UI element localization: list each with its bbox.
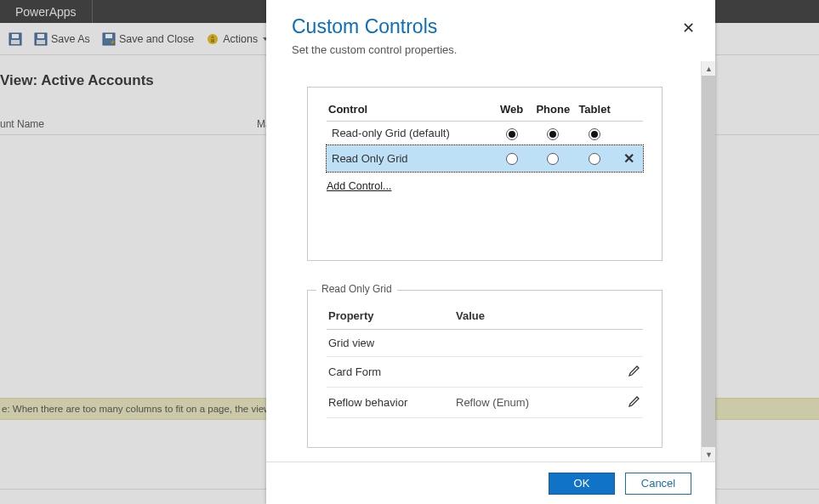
radio-tablet[interactable] <box>589 153 600 165</box>
ok-button[interactable]: OK <box>549 473 615 495</box>
properties-table: Property Value Grid view Card Form <box>327 306 643 418</box>
scroll-up-icon[interactable]: ▲ <box>702 61 715 76</box>
controls-table: Control Web Phone Tablet Read-only Grid … <box>327 99 643 172</box>
property-row: Reflow behavior Reflow (Enum) <box>327 387 643 417</box>
dialog-title: Custom Controls <box>292 15 690 38</box>
controls-header-phone: Phone <box>532 99 574 122</box>
properties-panel: Read Only Grid Property Value Grid view <box>307 290 663 448</box>
property-row: Grid view <box>327 329 643 356</box>
property-value <box>454 356 621 387</box>
control-label[interactable]: Read-only Grid (default) <box>327 122 491 145</box>
radio-phone[interactable] <box>547 153 559 165</box>
edit-icon[interactable] <box>628 394 641 408</box>
properties-header-property: Property <box>327 306 454 330</box>
property-name: Card Form <box>327 356 454 387</box>
property-row: Card Form <box>327 356 643 387</box>
cancel-button[interactable]: Cancel <box>625 473 691 495</box>
edit-icon[interactable] <box>628 364 641 377</box>
controls-panel: Control Web Phone Tablet Read-only Grid … <box>307 87 663 261</box>
radio-web[interactable] <box>506 128 518 140</box>
controls-header-control: Control <box>327 99 491 122</box>
controls-header-tablet: Tablet <box>574 99 616 122</box>
custom-controls-dialog: Custom Controls Set the custom control p… <box>266 0 715 504</box>
controls-row-selected: Read Only Grid ✕ <box>327 145 643 172</box>
dialog-body: Control Web Phone Tablet Read-only Grid … <box>266 61 715 462</box>
radio-phone[interactable] <box>547 128 559 140</box>
add-control-link[interactable]: Add Control... <box>327 180 391 192</box>
radio-tablet[interactable] <box>589 128 600 140</box>
dialog-footer: OK Cancel <box>266 462 715 504</box>
dialog-header: Custom Controls Set the custom control p… <box>266 0 715 61</box>
dialog-scrollbar[interactable]: ▲ ▼ <box>701 61 715 462</box>
scroll-thumb[interactable] <box>702 76 715 447</box>
property-value <box>454 329 621 356</box>
close-icon[interactable]: ✕ <box>682 19 695 37</box>
radio-web[interactable] <box>506 153 518 165</box>
properties-header-value: Value <box>454 306 621 330</box>
controls-header-web: Web <box>491 99 532 122</box>
property-value: Reflow (Enum) <box>454 387 621 417</box>
controls-row: Read-only Grid (default) <box>327 122 643 145</box>
properties-legend: Read Only Grid <box>316 283 397 295</box>
remove-control-icon[interactable]: ✕ <box>623 151 634 166</box>
property-name: Grid view <box>327 329 454 356</box>
property-name: Reflow behavior <box>327 387 454 417</box>
dialog-subtitle: Set the custom control properties. <box>292 43 690 56</box>
scroll-down-icon[interactable]: ▼ <box>702 447 715 462</box>
control-label[interactable]: Read Only Grid <box>327 145 491 172</box>
